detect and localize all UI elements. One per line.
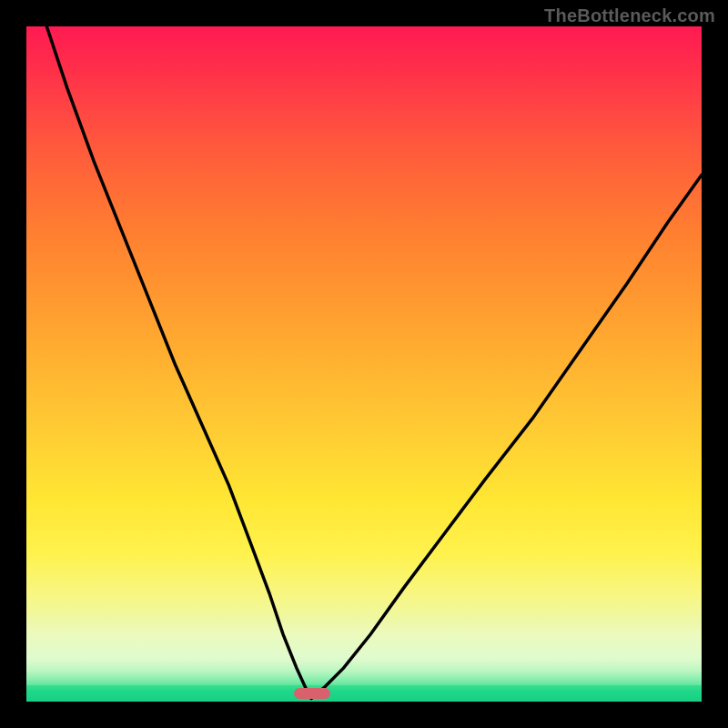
- chart-frame: TheBottleneck.com: [0, 0, 728, 728]
- optimum-marker: [294, 688, 330, 699]
- bottleneck-curve: [26, 26, 702, 702]
- watermark-text: TheBottleneck.com: [544, 5, 715, 26]
- plot-area: [26, 26, 702, 702]
